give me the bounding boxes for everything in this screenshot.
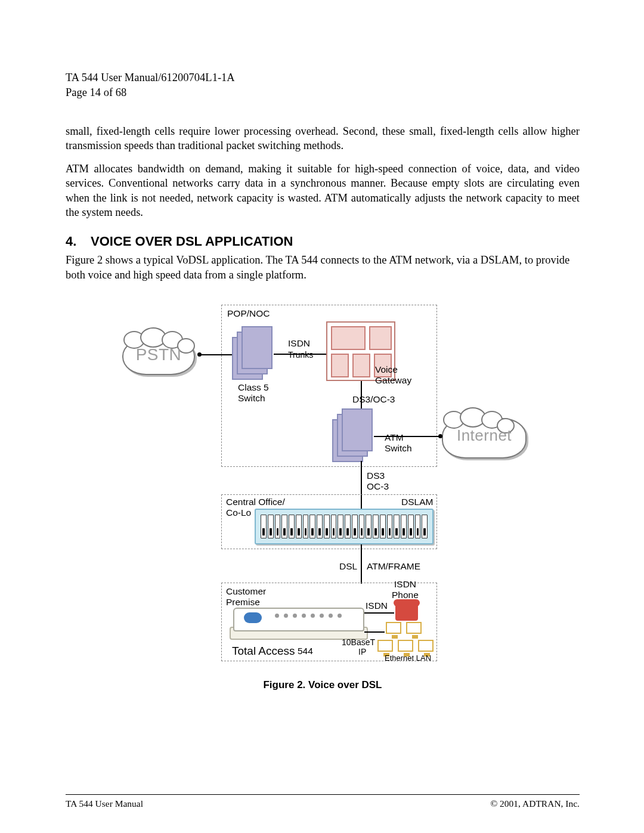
isdn-right-label: ISDN [366, 600, 388, 611]
page-header: TA 544 User Manual/61200704L1-1A Page 14… [66, 70, 580, 100]
class5-label-2: Switch [238, 393, 265, 404]
dslam-icon [255, 509, 434, 544]
connector-line [374, 436, 439, 437]
pstn-label: PSTN [120, 345, 197, 364]
connector-line [364, 612, 394, 614]
internet-label: Internet [439, 426, 529, 445]
ip-label: IP [358, 647, 366, 657]
internet-cloud: Internet [439, 412, 529, 463]
footer-rule [66, 794, 580, 795]
ethernet-lan-bottom-icon [377, 640, 434, 652]
pop-noc-label: POP/NOC [227, 308, 270, 319]
pstn-cloud: PSTN [120, 332, 197, 380]
ds3-label: DS3 [367, 470, 385, 481]
atm-frame-label: ATM/FRAME [367, 561, 420, 572]
page-indicator: Page 14 of 68 [66, 85, 580, 100]
ethernet-lan-top-icon [386, 622, 422, 634]
ds3-oc3-top-label: DS3/OC-3 [352, 394, 395, 405]
atm-switch-label-1: ATM [385, 432, 404, 443]
footer-left: TA 544 User Manual [66, 798, 143, 809]
atm-switch-label-2: Switch [385, 443, 412, 454]
doc-title: TA 544 User Manual/61200704L1-1A [66, 70, 580, 85]
ta544-device-icon [233, 608, 364, 641]
connector-line [364, 631, 385, 633]
isdn-phone-label-1: ISDN [394, 579, 416, 590]
vodsl-diagram: POP/NOC PSTN Class 5 Switch ISDN Trunks … [132, 300, 513, 670]
figure-2: POP/NOC PSTN Class 5 Switch ISDN Trunks … [132, 300, 513, 691]
customer-premise-label: Customer Premise [226, 586, 266, 608]
figure-caption: Figure 2. Voice over DSL [132, 679, 513, 691]
connector-line [361, 544, 362, 584]
voice-gateway-label-1: Voice [375, 364, 398, 375]
total-access-label: Total Access [232, 645, 295, 658]
isdn-phone-icon [395, 604, 418, 621]
page-footer: TA 544 User Manual © 2001, ADTRAN, Inc. [66, 798, 580, 809]
atm-switch-icon [332, 408, 374, 462]
ta-model-label: 544 [298, 646, 313, 657]
ethernet-lan-label: Ethernet LAN [385, 654, 431, 663]
isdn-trunks-label-2: Trunks [288, 350, 313, 360]
voice-gateway-label-2: Gateway [375, 375, 411, 386]
footer-right: © 2001, ADTRAN, Inc. [490, 798, 580, 809]
ten-baset-label: 10BaseT [342, 637, 375, 647]
dsl-label: DSL [339, 561, 357, 572]
section-intro: Figure 2 shows a typical VoDSL applicati… [66, 253, 580, 282]
section-heading: 4. VOICE OVER DSL APPLICATION [66, 234, 580, 249]
body-paragraph-1: small, fixed-length cells require lower … [66, 124, 580, 153]
class5-switch-icon [232, 326, 274, 380]
section-number: 4. [66, 234, 91, 249]
connector-line [199, 354, 232, 355]
body-paragraph-2: ATM allocates bandwidth on demand, makin… [66, 162, 580, 220]
class5-label-1: Class 5 [238, 382, 269, 393]
oc3-label: OC-3 [367, 481, 389, 492]
section-title: VOICE OVER DSL APPLICATION [91, 234, 293, 249]
isdn-trunks-label-1: ISDN [288, 338, 310, 349]
dslam-label: DSLAM [401, 497, 433, 507]
